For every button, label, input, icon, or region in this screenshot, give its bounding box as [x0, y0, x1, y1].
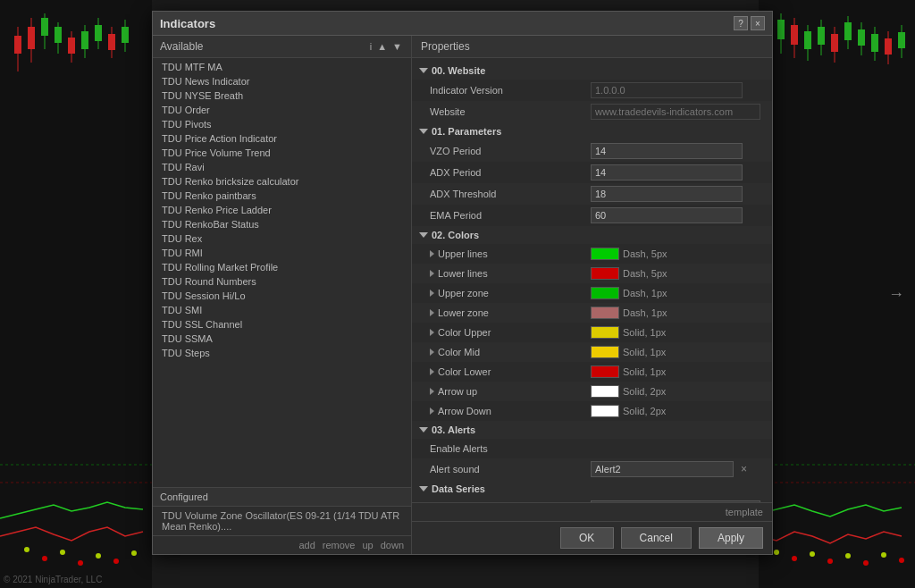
- indicator-version-input[interactable]: [591, 82, 743, 98]
- list-item[interactable]: TDU Steps: [153, 346, 411, 360]
- prop-lower-zone: Lower zone Dash, 1px: [412, 303, 772, 323]
- list-item[interactable]: TDU MTF MA: [153, 60, 411, 74]
- lower-lines-triangle: [430, 270, 434, 277]
- section-colors[interactable]: 02. Colors: [412, 226, 772, 244]
- list-item[interactable]: TDU RMI: [153, 246, 411, 260]
- svg-rect-44: [858, 29, 865, 46]
- color-lower-triangle: [430, 368, 434, 375]
- arrow-up-swatch[interactable]: [591, 385, 619, 398]
- remove-btn[interactable]: remove: [323, 540, 356, 550]
- svg-point-56: [827, 559, 833, 564]
- color-upper-style: Solid, 1px: [623, 327, 666, 338]
- close-button[interactable]: ×: [751, 16, 765, 30]
- svg-rect-18: [122, 27, 129, 43]
- adx-input[interactable]: [591, 164, 743, 181]
- prop-value-color-lower: Solid, 1px: [591, 365, 765, 378]
- color-mid-triangle: [430, 349, 434, 356]
- vzo-input[interactable]: [591, 143, 743, 159]
- down-btn[interactable]: down: [381, 540, 404, 550]
- svg-rect-2: [14, 36, 21, 54]
- section-parameters[interactable]: 01. Parameters: [412, 122, 772, 140]
- section-triangle: [419, 129, 428, 134]
- list-item[interactable]: TDU Round Numbers: [153, 274, 411, 289]
- lower-zone-style: Dash, 1px: [623, 307, 667, 318]
- apply-button[interactable]: Apply: [699, 527, 763, 549]
- lower-zone-swatch[interactable]: [591, 307, 619, 319]
- list-item[interactable]: TDU RenkoBar Status: [153, 217, 411, 231]
- upper-lines-style: Dash, 5px: [623, 248, 667, 259]
- list-item[interactable]: TDU SMI: [153, 303, 411, 317]
- color-mid-swatch[interactable]: [591, 346, 619, 358]
- list-item[interactable]: TDU Price Action Indicator: [153, 131, 411, 146]
- arrow-down-swatch[interactable]: [591, 405, 619, 417]
- list-item[interactable]: TDU Order: [153, 103, 411, 117]
- upper-zone-triangle: [430, 290, 434, 297]
- list-item[interactable]: TDU Rolling Market Profile: [153, 260, 411, 274]
- svg-point-26: [113, 559, 119, 564]
- prop-arrow-down: Arrow Down Solid, 2px: [412, 401, 772, 421]
- prop-label-indicator-version: Indicator Version: [430, 85, 591, 96]
- list-item[interactable]: TDU Renko bricksize calculator: [153, 174, 411, 189]
- svg-rect-36: [804, 31, 811, 49]
- prop-label-website: Website: [430, 106, 591, 117]
- website-input[interactable]: [591, 104, 760, 120]
- list-item[interactable]: TDU Price Volume Trend: [153, 146, 411, 160]
- list-item[interactable]: TDU Ravi: [153, 160, 411, 174]
- section-alerts[interactable]: 03. Alerts: [412, 421, 772, 439]
- section-data-series-label: Data Series: [432, 483, 485, 494]
- svg-point-60: [899, 558, 904, 563]
- list-item[interactable]: TDU Session Hi/Lo: [153, 289, 411, 303]
- prop-label-arrow-up: Arrow up: [430, 386, 591, 397]
- help-button[interactable]: ?: [734, 16, 748, 30]
- color-lower-swatch[interactable]: [591, 365, 619, 378]
- available-label: Available: [160, 40, 203, 53]
- configured-header: Configured: [153, 488, 411, 507]
- prop-label-lower-zone: Lower zone: [430, 307, 591, 318]
- list-item[interactable]: TDU Renko Price Ladder: [153, 203, 411, 217]
- configured-section: Configured TDU Volume Zone Oscillator(ES…: [153, 487, 411, 554]
- indicators-dialog: Indicators ? × Available i ▲ ▼ TDU MTF M…: [152, 11, 773, 555]
- configured-item[interactable]: TDU Volume Zone Oscillator(ES 09-21 (1/1…: [153, 507, 411, 535]
- cancel-button[interactable]: Cancel: [621, 527, 692, 549]
- svg-rect-10: [68, 38, 75, 54]
- list-item[interactable]: TDU SSL Channel: [153, 317, 411, 332]
- list-item[interactable]: TDU SSMA: [153, 332, 411, 346]
- prop-color-upper: Color Upper Solid, 1px: [412, 323, 772, 342]
- section-data-series[interactable]: Data Series: [412, 480, 772, 498]
- template-link[interactable]: template: [726, 507, 763, 517]
- prop-value-website: [591, 104, 765, 120]
- prop-value-upper-zone: Dash, 1px: [591, 287, 765, 299]
- ok-button[interactable]: OK: [560, 527, 614, 549]
- upper-zone-swatch[interactable]: [591, 287, 619, 299]
- ninja-footer: © 2021 NinjaTrader, LLC: [4, 575, 102, 584]
- scroll-up-btn[interactable]: ▲: [375, 41, 389, 52]
- prop-value-lower-lines: Dash, 5px: [591, 267, 765, 280]
- svg-rect-0: [0, 0, 152, 588]
- prop-value-vzo: [591, 143, 765, 159]
- list-item[interactable]: TDU NYSE Breath: [153, 88, 411, 103]
- add-btn[interactable]: add: [298, 540, 315, 550]
- up-btn[interactable]: up: [362, 540, 373, 550]
- svg-point-58: [863, 560, 869, 566]
- list-item[interactable]: TDU Pivots: [153, 117, 411, 131]
- prop-value-arrow-up: Solid, 2px: [591, 385, 765, 398]
- properties-scroll[interactable]: 00. Website Indicator Version Website: [412, 58, 772, 502]
- upper-lines-swatch[interactable]: [591, 248, 619, 260]
- adx-threshold-input[interactable]: [591, 186, 743, 202]
- indicator-list: TDU MTF MA TDU News Indicator TDU NYSE B…: [153, 58, 411, 487]
- alert-sound-clear[interactable]: ×: [737, 463, 751, 475]
- prop-label-enable-alerts: Enable Alerts: [430, 443, 591, 454]
- svg-rect-6: [41, 18, 48, 36]
- lower-lines-swatch[interactable]: [591, 267, 619, 280]
- scroll-down-btn[interactable]: ▼: [390, 41, 404, 52]
- ema-input[interactable]: [591, 207, 743, 223]
- list-item[interactable]: TDU Renko paintbars: [153, 189, 411, 203]
- info-btn[interactable]: i: [368, 41, 374, 52]
- alert-sound-input[interactable]: [591, 461, 734, 477]
- section-alerts-label: 03. Alerts: [432, 424, 475, 435]
- list-item[interactable]: TDU News Indicator: [153, 74, 411, 88]
- section-website[interactable]: 00. Website: [412, 62, 772, 80]
- svg-point-57: [845, 553, 851, 559]
- list-item[interactable]: TDU Rex: [153, 231, 411, 246]
- color-upper-swatch[interactable]: [591, 326, 619, 339]
